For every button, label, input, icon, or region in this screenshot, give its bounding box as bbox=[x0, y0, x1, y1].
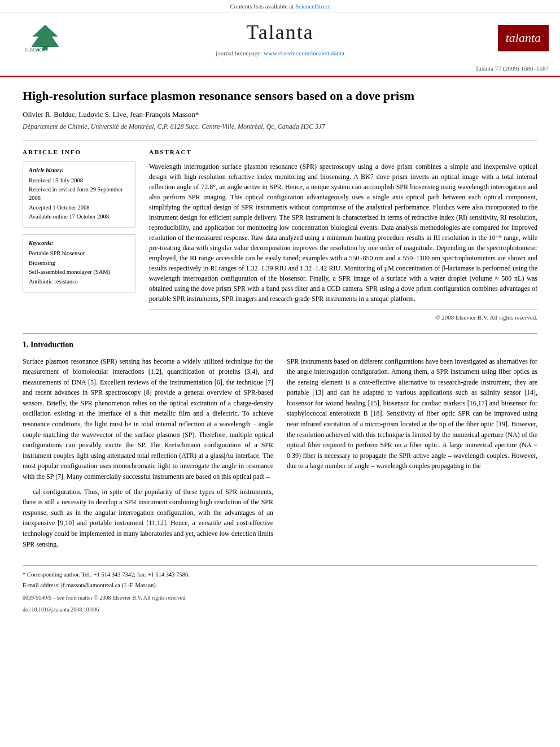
sciencedirect-label: Contents lists available at bbox=[230, 3, 294, 10]
journal-logo-right: talanta bbox=[481, 25, 549, 51]
elsevier-logo-icon: ELSEVIER bbox=[20, 24, 71, 52]
revised-date: Received in revised form 29 September 20… bbox=[29, 186, 129, 202]
journal-homepage: journal homepage: www.elsevier.com/locat… bbox=[79, 49, 481, 58]
svg-text:ELSEVIER: ELSEVIER bbox=[25, 47, 46, 52]
intro-para-3: SPR instruments based on different confi… bbox=[287, 356, 537, 472]
intro-heading: Introduction bbox=[30, 340, 73, 349]
intro-section: 1. Introduction Surface plasmon resonanc… bbox=[23, 333, 537, 554]
footnote-doi: doi:10.1016/j.talanta.2008.10.006 bbox=[23, 605, 537, 614]
homepage-url[interactable]: www.elsevier.com/locate/talanta bbox=[264, 50, 344, 56]
intro-right-col: SPR instruments based on different confi… bbox=[287, 356, 537, 554]
article-body: ARTICLE INFO Article history: Received 1… bbox=[23, 141, 537, 322]
intro-para-2: cal configuration. Thus, in spite of the… bbox=[23, 487, 273, 550]
elsevier-logo-area: ELSEVIER bbox=[11, 24, 79, 52]
accepted-date: Accepted 1 October 2008 bbox=[29, 204, 129, 212]
sciencedirect-link[interactable]: ScienceDirect bbox=[295, 3, 330, 10]
footnote-area: * Corresponding author. Tel.: +1 514 343… bbox=[23, 565, 537, 614]
article-info-heading: ARTICLE INFO bbox=[23, 148, 135, 156]
left-column: ARTICLE INFO Article history: Received 1… bbox=[23, 148, 135, 322]
intro-number: 1. bbox=[23, 340, 29, 349]
keyword-2: Biosensing bbox=[29, 259, 129, 268]
article-title: High-resolution surface plasmon resonanc… bbox=[23, 88, 537, 104]
footnote-copyright-notice: 0039-9140/$ – see front matter © 2008 El… bbox=[23, 593, 537, 602]
optical-path-text: optical path – bbox=[233, 473, 269, 480]
keywords-label: Keywords: bbox=[29, 239, 129, 247]
journal-banner: ELSEVIER Talanta journal homepage: www.e… bbox=[0, 12, 560, 63]
journal-title: Talanta bbox=[79, 18, 481, 46]
authors-text: Olivier R. Bolduc, Ludovic S. Live, Jean… bbox=[23, 110, 199, 119]
received-date: Received 15 July 2008 bbox=[29, 177, 129, 185]
intro-para-1: Surface plasmon resonance (SPR) sensing … bbox=[23, 356, 273, 482]
available-date: Available online 17 October 2008 bbox=[29, 213, 129, 221]
abstract-text: Wavelength interrogation surface plasmon… bbox=[149, 161, 537, 304]
copyright-line: © 2008 Elsevier B.V. All rights reserved… bbox=[149, 309, 537, 322]
keywords-box: Keywords: Portable SPR biosensor Biosens… bbox=[23, 234, 135, 292]
article-authors: Olivier R. Bolduc, Ludovic S. Live, Jean… bbox=[23, 110, 537, 120]
article-history-label: Article history: bbox=[29, 167, 129, 174]
abstract-heading: ABSTRACT bbox=[149, 148, 537, 156]
talanta-logo: talanta bbox=[498, 25, 549, 51]
intro-two-col: Surface plasmon resonance (SPR) sensing … bbox=[23, 356, 537, 554]
keyword-4: Antibiotic resistance bbox=[29, 278, 129, 286]
article-info-box: Article history: Received 15 July 2008 R… bbox=[23, 161, 135, 228]
intro-title: 1. Introduction bbox=[23, 339, 537, 351]
journal-top-bar: Contents lists available at ScienceDirec… bbox=[0, 0, 560, 12]
keyword-1: Portable SPR biosensor bbox=[29, 250, 129, 258]
footnote-email: E-mail address: jf.masson@umontreal.ca (… bbox=[23, 581, 537, 590]
right-column: ABSTRACT Wavelength interrogation surfac… bbox=[149, 148, 537, 322]
journal-volume-info: Talanta 77 (2009) 1680–1687 bbox=[0, 63, 560, 75]
main-content: High-resolution surface plasmon resonanc… bbox=[0, 77, 560, 627]
journal-title-area: Talanta journal homepage: www.elsevier.c… bbox=[79, 18, 481, 58]
intro-left-col: Surface plasmon resonance (SPR) sensing … bbox=[23, 356, 273, 554]
homepage-label: journal homepage: bbox=[216, 50, 262, 56]
footnote-corresponding: * Corresponding author. Tel.: +1 514 343… bbox=[23, 570, 537, 579]
keyword-3: Self-assembled monolayer (SAM) bbox=[29, 268, 129, 277]
article-affiliation: Département de Chimie, Université de Mon… bbox=[23, 122, 537, 132]
journal-header: Contents lists available at ScienceDirec… bbox=[0, 0, 560, 77]
